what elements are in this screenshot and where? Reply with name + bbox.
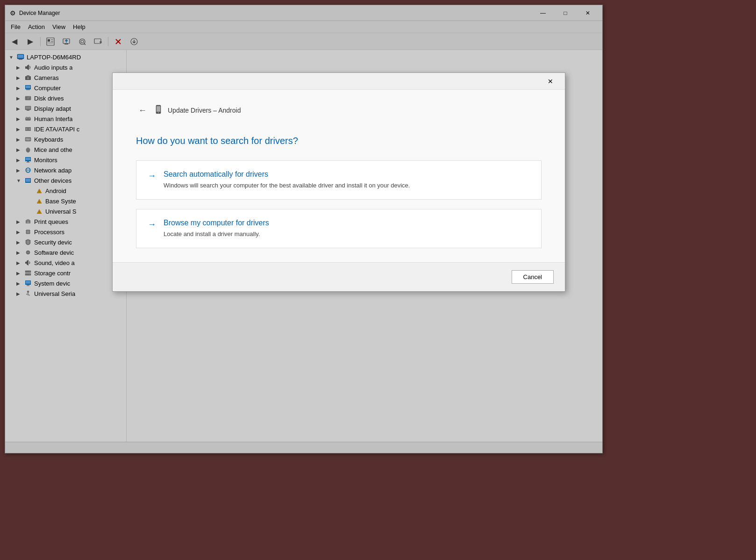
svg-point-95 xyxy=(158,112,159,113)
modal-body: ← Update Drivers – Android How do you wa… xyxy=(113,90,565,262)
browse-title: Browse my computer for drivers xyxy=(164,219,269,227)
cancel-button[interactable]: Cancel xyxy=(512,270,554,284)
browse-option[interactable]: → Browse my computer for drivers Locate … xyxy=(136,209,542,248)
modal-footer: Cancel xyxy=(113,262,565,291)
modal-close-button[interactable]: ✕ xyxy=(540,74,561,88)
modal-device-icon xyxy=(154,105,163,116)
search-auto-title: Search automatically for drivers xyxy=(164,170,410,179)
update-drivers-modal: ✕ ← Update Drivers – Android How do you … xyxy=(112,72,565,292)
svg-rect-94 xyxy=(157,106,160,112)
modal-header-title: Update Drivers – Android xyxy=(168,107,241,114)
browse-arrow: → xyxy=(148,220,156,230)
modal-back-button[interactable]: ← xyxy=(136,104,149,117)
search-auto-content: Search automatically for drivers Windows… xyxy=(164,170,410,190)
browse-desc: Locate and install a driver manually. xyxy=(164,230,269,238)
search-auto-desc: Windows will search your computer for th… xyxy=(164,181,410,190)
browse-content: Browse my computer for drivers Locate an… xyxy=(164,219,269,238)
modal-overlay: ✕ ← Update Drivers – Android How do you … xyxy=(0,0,756,560)
search-auto-option[interactable]: → Search automatically for drivers Windo… xyxy=(136,160,542,200)
modal-header-row: ← Update Drivers – Android xyxy=(136,104,542,122)
modal-title-bar: ✕ xyxy=(113,73,565,90)
search-auto-arrow: → xyxy=(148,171,156,181)
modal-question: How do you want to search for drivers? xyxy=(136,136,542,146)
